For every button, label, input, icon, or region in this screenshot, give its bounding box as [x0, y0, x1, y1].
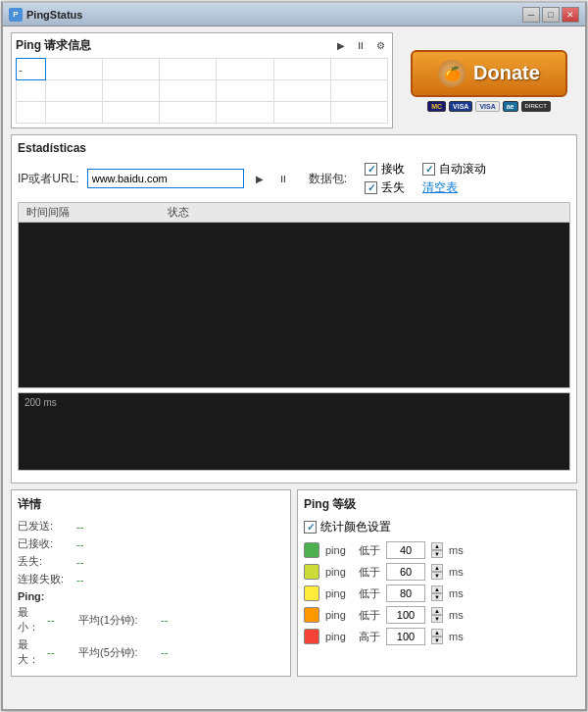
direct-icon: DIRECT	[521, 101, 551, 112]
ping-level-label-0: 低于	[359, 543, 380, 558]
maximize-button[interactable]: □	[542, 7, 560, 23]
data-label: 数据包:	[309, 171, 347, 187]
ping-cell-16	[103, 102, 160, 124]
ping-level-ms-4: ms	[449, 631, 464, 642]
loss-label: 丢失	[381, 179, 405, 196]
spin-down-1[interactable]: ▼	[431, 572, 443, 580]
data-table-header: 时间间隔 状态	[18, 202, 570, 222]
stats-controls: IP或者URL: ▶ ⏸ 数据包: 接收 丢失	[18, 161, 570, 196]
ip-label: IP或者URL:	[18, 171, 79, 187]
loss-checkbox[interactable]	[365, 181, 377, 194]
pause-button[interactable]: ⏸	[353, 38, 368, 54]
stats-color-label: 统计颜色设置	[320, 519, 391, 535]
url-input[interactable]	[87, 169, 244, 188]
auto-scroll-label: 自动滚动	[439, 161, 486, 178]
chart-label: 200 ms	[24, 397, 57, 408]
ping-level-label-2: 低于	[359, 586, 380, 601]
spin-up-2[interactable]: ▲	[431, 585, 443, 593]
ping-cell-1	[46, 59, 103, 80]
ping-cell-0: -	[17, 59, 46, 80]
ping-level-ping-label-2: ping	[325, 587, 353, 599]
recv-checkbox-row: 接收	[365, 161, 405, 178]
ping-level-input-3[interactable]	[386, 606, 425, 624]
play-button[interactable]: ▶	[333, 38, 349, 54]
checkbox-group: 接收 丢失	[365, 161, 405, 196]
ping-levels-title: Ping 等级	[304, 496, 570, 513]
details-box: 详情 已发送: -- 已接收: -- 丢失: -- 连接失败: -- Pin	[11, 489, 291, 677]
auto-scroll-checkbox[interactable]	[422, 163, 435, 176]
min-label: 最小：	[18, 605, 43, 635]
loss-value: --	[76, 556, 106, 568]
ping-level-input-1[interactable]	[386, 563, 425, 581]
ping-info-header: Ping 请求信息 ▶ ⏸ ⚙	[16, 37, 388, 54]
ping-level-ping-label-1: ping	[325, 566, 353, 578]
details-title: 详情	[18, 496, 284, 513]
visa-icon: VISA	[449, 101, 472, 112]
spin-up-3[interactable]: ▲	[431, 607, 443, 615]
stats-pause-button[interactable]: ⏸	[275, 171, 291, 186]
ping-level-color-4	[304, 629, 319, 644]
conn-fail-value: --	[76, 574, 106, 585]
title-buttons: ─ □ ✕	[522, 7, 579, 23]
avg1-label: 平均(1分钟):	[78, 613, 157, 628]
ping-level-row: ping 低于 ▲ ▼ ms	[304, 541, 570, 559]
data-display	[18, 222, 570, 388]
settings-button[interactable]: ⚙	[372, 38, 388, 54]
spin-down-3[interactable]: ▼	[431, 615, 443, 623]
avg5-label: 平均(5分钟):	[78, 645, 157, 660]
ping-level-spinner-0: ▲ ▼	[431, 542, 443, 558]
ping-table: -	[16, 58, 388, 124]
avg5-value: --	[161, 646, 168, 658]
stats-play-button[interactable]: ▶	[252, 171, 268, 186]
ping-level-label-4: 高于	[359, 630, 380, 644]
ping-level-color-2	[304, 585, 319, 601]
ping-cell-11	[217, 80, 273, 102]
minimize-button[interactable]: ─	[522, 7, 540, 23]
spin-down-0[interactable]: ▼	[431, 550, 443, 558]
stats-title: Estadísticas	[18, 141, 570, 155]
loss-row: 丢失: --	[18, 554, 284, 569]
ping-level-ping-label-0: ping	[325, 544, 353, 556]
spin-up-0[interactable]: ▲	[431, 542, 443, 550]
recv-row: 已接收: --	[18, 536, 284, 551]
table-row	[17, 80, 388, 102]
visa2-icon: VISA	[475, 101, 499, 112]
ping-cell-15	[46, 102, 103, 124]
ping-cell-20	[330, 102, 387, 124]
max-value: --	[47, 646, 67, 658]
window-title: PingStatus	[26, 9, 82, 21]
chart-area: 200 ms	[18, 392, 570, 471]
title-bar-left: P PingStatus	[9, 8, 82, 22]
spin-up-1[interactable]: ▲	[431, 564, 443, 572]
spin-down-2[interactable]: ▼	[431, 593, 443, 601]
stats-color-row: 统计颜色设置	[304, 519, 570, 535]
max-label: 最大：	[18, 637, 43, 667]
ping-sub-title: Ping:	[18, 590, 284, 602]
avg1-value: --	[161, 614, 168, 626]
clear-link[interactable]: 清空表	[422, 179, 458, 196]
col-time: 时间间隔	[26, 205, 70, 220]
recv-checkbox[interactable]	[365, 163, 377, 176]
ping-level-color-0	[304, 542, 319, 558]
main-content: Ping 请求信息 ▶ ⏸ ⚙ -	[3, 26, 585, 683]
donate-label: Donate	[473, 62, 540, 84]
ping-cell-7	[17, 80, 46, 102]
spin-down-4[interactable]: ▼	[431, 636, 443, 644]
ping-level-spinner-1: ▲ ▼	[431, 564, 443, 580]
donate-button[interactable]: 🍊 Donate	[411, 50, 567, 97]
ping-level-input-4[interactable]	[386, 628, 425, 645]
ping-level-spinner-4: ▲ ▼	[431, 629, 443, 644]
ping-info-box: Ping 请求信息 ▶ ⏸ ⚙ -	[11, 32, 393, 128]
ping-level-ms-3: ms	[449, 609, 464, 621]
ping-level-ms-0: ms	[449, 544, 464, 556]
recv-value: --	[76, 538, 106, 550]
close-button[interactable]: ✕	[562, 7, 579, 23]
ping-level-input-0[interactable]	[386, 541, 425, 559]
stats-color-checkbox[interactable]	[304, 521, 317, 534]
spin-up-4[interactable]: ▲	[431, 629, 443, 636]
table-row: -	[17, 59, 388, 80]
conn-fail-row: 连接失败: --	[18, 572, 284, 586]
ping-level-input-2[interactable]	[386, 585, 425, 602]
min-value: --	[47, 614, 67, 626]
ping-level-ms-2: ms	[449, 587, 464, 599]
